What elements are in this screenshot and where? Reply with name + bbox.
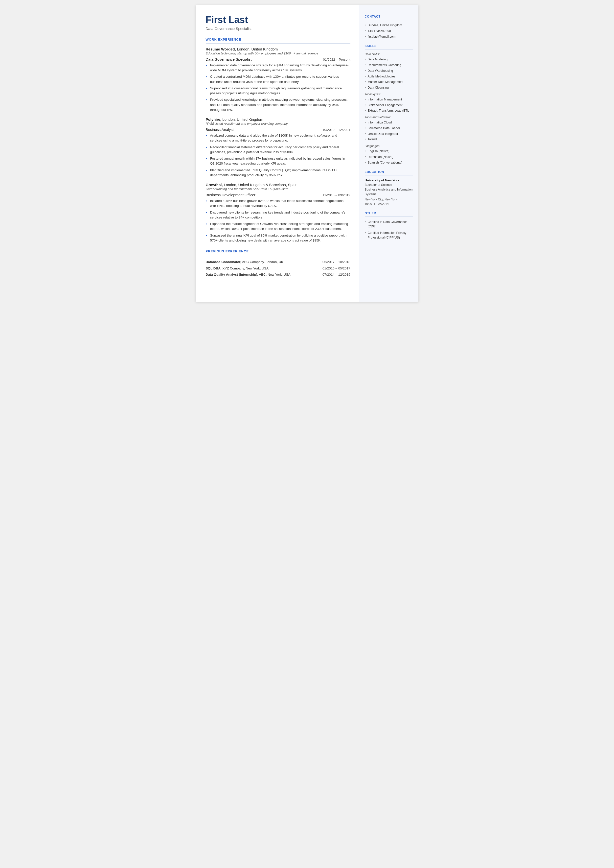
prev-role-3-bold: Data Quality Analyst (Internship), <box>206 273 258 276</box>
table-row: SQL DBA, XYZ Company, New York, USA 01/2… <box>206 265 350 272</box>
language-item: English (Native) <box>365 149 413 154</box>
work-experience-divider <box>206 43 350 43</box>
previous-experience-table: Database Coordinator, ABC Company, Londo… <box>206 259 350 278</box>
employer-2-header: Polyhire, London, United Kingdom <box>206 117 350 122</box>
technique-item: Stakeholder Engagement <box>365 103 413 108</box>
table-row: Data Quality Analyst (Internship), ABC, … <box>206 272 350 278</box>
prev-role-2-bold: SQL DBA, <box>206 267 222 270</box>
tool-item: Oracle Data Integrator <box>365 132 413 136</box>
edu-details: New York City, New York 10/2011 - 06/201… <box>365 197 413 206</box>
contact-divider <box>365 20 413 20</box>
techniques-list: Information Management Stakeholder Engag… <box>365 97 413 113</box>
bullet-item: Identified and implemented Total Quality… <box>206 168 350 178</box>
employer-block-1: Resume Worded, London, United Kingdom Ed… <box>206 47 350 112</box>
tool-item: Informatica Cloud <box>365 120 413 125</box>
candidate-title: Data Governance Specialist <box>206 26 350 31</box>
other-item-2: Certified Information Privacy Profession… <box>365 231 413 240</box>
contact-phone: +44 1234567890 <box>365 29 413 33</box>
prev-role-2-dates: 01/2016 – 05/2017 <box>315 265 350 272</box>
sidebar: CONTACT Dundee, United Kingdom +44 12345… <box>359 5 419 302</box>
tools-list: Informatica Cloud Salesforce Data Loader… <box>365 120 413 142</box>
bullet-item: Surpassed the annual KPI goal of 85% mar… <box>206 233 350 243</box>
other-title: OTHER <box>365 211 413 215</box>
other-section: OTHER Certified in Data Governance (CDG)… <box>365 211 413 240</box>
bullet-item: Supervised 20+ cross-functional teams th… <box>206 86 350 96</box>
main-column: First Last Data Governance Specialist WO… <box>196 5 359 302</box>
role-1-bullets: Implemented data governance strategy for… <box>206 63 350 112</box>
contact-list: Dundee, United Kingdom +44 1234567890 fi… <box>365 23 413 39</box>
role-2-header: Business Analyst 10/2019 – 12/2021 <box>206 127 350 132</box>
role-2-bullets: Analyzed company data and aided the sale… <box>206 133 350 178</box>
languages-label: Languages: <box>365 144 413 148</box>
employer-3-location: London, United Kingdom & Barcelona, Spai… <box>224 183 298 187</box>
tools-label: Tools and Software: <box>365 116 413 119</box>
hard-skills-label: Hard Skills: <box>365 53 413 56</box>
employer-3-name: Growthsi, <box>206 183 223 187</box>
skill-item: Data Cleansing <box>365 85 413 90</box>
bullet-item: Fostered annual growth within 17+ busine… <box>206 156 350 166</box>
previous-experience-divider <box>206 255 350 255</box>
contact-title: CONTACT <box>365 15 413 18</box>
employer-block-2: Polyhire, London, United Kingdom NYSE-li… <box>206 117 350 178</box>
employer-2-desc: NYSE-listed recruitment and employer bra… <box>206 122 350 126</box>
skill-item: Data Warehousing <box>365 68 413 73</box>
role-3-title: Business Development Officer <box>206 193 256 197</box>
prev-role-3: Data Quality Analyst (Internship), ABC, … <box>206 272 315 278</box>
employer-2-location: London, United Kingdom <box>222 117 263 121</box>
prev-role-2: SQL DBA, XYZ Company, New York, USA <box>206 265 315 272</box>
role-3-header: Business Development Officer 11/2018 – 0… <box>206 193 350 197</box>
contact-email: first.last@gmail.com <box>365 34 413 39</box>
other-item-1: Certified in Data Governance (CDG) <box>365 220 413 229</box>
skills-title: SKILLS <box>365 44 413 48</box>
employer-1-desc: Education technology startup with 50+ em… <box>206 51 350 55</box>
employer-1-location: London, United Kingdom <box>237 47 278 51</box>
prev-role-1: Database Coordinator, ABC Company, Londo… <box>206 259 315 265</box>
languages-list: English (Native) Romanian (Native) Spani… <box>365 149 413 165</box>
candidate-name: First Last <box>206 15 350 25</box>
bullet-item: Provided specialized knowledge in attrib… <box>206 97 350 112</box>
role-1-dates: 01/2022 – Present <box>323 57 350 61</box>
language-item: Romanian (Native) <box>365 155 413 159</box>
bullet-item: Expanded the market segment of Growthsi … <box>206 222 350 231</box>
techniques-label: Techniques: <box>365 93 413 96</box>
resume-page: First Last Data Governance Specialist WO… <box>196 5 419 302</box>
prev-role-1-bold: Database Coordinator, <box>206 260 241 264</box>
bullet-item: Implemented data governance strategy for… <box>206 63 350 73</box>
role-2-dates: 10/2019 – 12/2021 <box>323 128 350 132</box>
role-1-header: Data Governance Specialist 01/2022 – Pre… <box>206 57 350 61</box>
edu-degree: Bachelor of Science Business Analytics a… <box>365 183 413 196</box>
bullet-item: Created a centralized MDM database with … <box>206 74 350 84</box>
hard-skills-list: Data Modeling Requirements Gathering Dat… <box>365 57 413 90</box>
tool-item: Talend <box>365 137 413 142</box>
education-section: EDUCATION University of New York Bachelo… <box>365 170 413 206</box>
skill-item: Requirements Gathering <box>365 63 413 68</box>
tool-item: Salesforce Data Loader <box>365 126 413 130</box>
prev-role-2-rest: XYZ Company, New York, USA <box>223 267 269 270</box>
language-item: Spanish (Conversational) <box>365 160 413 165</box>
bullet-item: Discovered new clients by researching ke… <box>206 210 350 220</box>
previous-experience-title: PREVIOUS EXPERIENCE <box>206 249 350 253</box>
bullet-item: Analyzed company data and aided the sale… <box>206 133 350 143</box>
technique-item: Extract, Transform, Load (ETL <box>365 109 413 113</box>
prev-role-1-rest: ABC Company, London, UK <box>242 260 284 264</box>
employer-block-3: Growthsi, London, United Kingdom & Barce… <box>206 183 350 243</box>
work-experience-title: WORK EXPERIENCE <box>206 37 350 41</box>
contact-section: CONTACT Dundee, United Kingdom +44 12345… <box>365 15 413 39</box>
employer-2-name: Polyhire, <box>206 117 221 121</box>
skill-item: Agile Methodologies <box>365 74 413 79</box>
employer-1-name: Resume Worded, <box>206 47 236 51</box>
previous-experience-section: PREVIOUS EXPERIENCE Database Coordinator… <box>206 249 350 278</box>
skills-divider <box>365 49 413 50</box>
prev-role-3-rest: ABC, New York, USA <box>259 273 291 276</box>
other-divider <box>365 216 413 217</box>
skills-section: SKILLS Hard Skills: Data Modeling Requir… <box>365 44 413 165</box>
skill-item: Data Modeling <box>365 57 413 62</box>
bullet-item: Initiated a 48% business growth over 32 … <box>206 199 350 209</box>
bullet-item: Reconciled financial statement differenc… <box>206 145 350 155</box>
prev-role-1-dates: 06/2017 – 10/2018 <box>315 259 350 265</box>
technique-item: Information Management <box>365 97 413 102</box>
employer-3-header: Growthsi, London, United Kingdom & Barce… <box>206 183 350 187</box>
edu-institution: University of New York <box>365 179 413 182</box>
role-3-dates: 11/2018 – 09/2019 <box>323 193 350 197</box>
role-1-title: Data Governance Specialist <box>206 57 252 61</box>
